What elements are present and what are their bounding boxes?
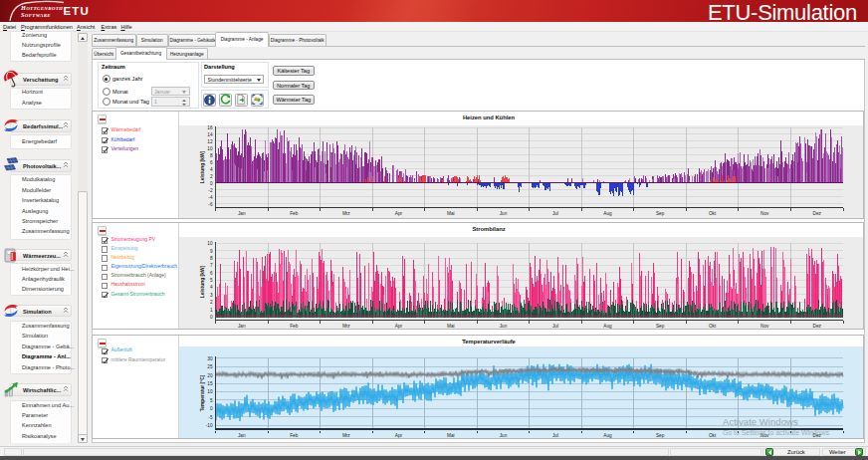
svg-text:Okt: Okt — [709, 210, 717, 215]
svg-text:15: 15 — [207, 381, 213, 386]
svg-text:16: 16 — [207, 124, 213, 129]
svg-text:-10: -10 — [206, 422, 213, 427]
svg-text:Nov: Nov — [760, 210, 769, 215]
svg-text:10: 10 — [207, 389, 213, 394]
svg-text:2: 2 — [210, 300, 213, 305]
svg-text:-4: -4 — [208, 194, 213, 199]
svg-text:3: 3 — [210, 292, 213, 297]
svg-text:Sep: Sep — [656, 433, 665, 438]
svg-text:Dez: Dez — [813, 210, 822, 215]
svg-text:8: 8 — [210, 255, 213, 260]
svg-text:Mrz: Mrz — [342, 323, 350, 328]
svg-text:Sep: Sep — [656, 210, 665, 215]
svg-text:9: 9 — [210, 248, 213, 253]
svg-text:Jan: Jan — [238, 433, 246, 438]
svg-text:Nov: Nov — [760, 323, 769, 328]
svg-text:Sep: Sep — [656, 323, 665, 328]
svg-text:Jun: Jun — [500, 323, 508, 328]
svg-text:Aug: Aug — [603, 210, 612, 215]
svg-text:Jun: Jun — [500, 210, 508, 215]
svg-text:Temperatur [°C]: Temperatur [°C] — [200, 374, 205, 411]
svg-text:Mrz: Mrz — [342, 433, 350, 438]
svg-text:Aug: Aug — [603, 433, 612, 438]
svg-text:8: 8 — [210, 152, 213, 157]
svg-text:Feb: Feb — [290, 433, 298, 438]
svg-text:Okt: Okt — [709, 433, 717, 438]
svg-text:6: 6 — [210, 159, 213, 164]
svg-text:Leistung [kW]: Leistung [kW] — [200, 150, 205, 183]
svg-text:4: 4 — [210, 285, 213, 290]
svg-text:25: 25 — [207, 364, 213, 369]
svg-text:Jan: Jan — [238, 210, 246, 215]
svg-text:Jul: Jul — [552, 433, 558, 438]
svg-text:4: 4 — [210, 166, 213, 171]
svg-text:Feb: Feb — [290, 210, 298, 215]
svg-text:Jan: Jan — [238, 323, 246, 328]
svg-text:1: 1 — [210, 307, 213, 312]
svg-text:0: 0 — [210, 406, 213, 411]
svg-text:Mai: Mai — [447, 210, 455, 215]
svg-text:-6: -6 — [208, 201, 213, 206]
svg-text:Apr: Apr — [395, 433, 403, 438]
svg-text:Jul: Jul — [552, 323, 558, 328]
svg-text:0: 0 — [210, 180, 213, 185]
svg-text:0: 0 — [210, 314, 213, 319]
svg-text:Mai: Mai — [447, 323, 455, 328]
svg-text:Aug: Aug — [603, 323, 612, 328]
svg-text:7: 7 — [210, 263, 213, 268]
svg-text:10: 10 — [207, 145, 213, 150]
svg-text:Okt: Okt — [709, 323, 717, 328]
svg-text:Mrz: Mrz — [342, 210, 350, 215]
svg-text:Leistung [kW]: Leistung [kW] — [200, 265, 205, 298]
svg-text:Apr: Apr — [395, 323, 403, 328]
svg-text:Feb: Feb — [290, 323, 298, 328]
svg-text:-5: -5 — [208, 414, 213, 419]
svg-text:5: 5 — [210, 278, 213, 283]
svg-text:Jun: Jun — [500, 433, 508, 438]
svg-text:Mai: Mai — [447, 433, 455, 438]
svg-text:Dez: Dez — [813, 323, 822, 328]
svg-text:5: 5 — [210, 397, 213, 402]
svg-text:-2: -2 — [208, 187, 213, 192]
svg-text:30: 30 — [207, 355, 213, 360]
svg-text:10: 10 — [207, 241, 213, 246]
svg-text:12: 12 — [207, 138, 213, 143]
svg-text:6: 6 — [210, 270, 213, 275]
svg-text:20: 20 — [207, 372, 213, 377]
svg-text:Apr: Apr — [395, 210, 403, 215]
svg-text:2: 2 — [210, 173, 213, 178]
svg-text:14: 14 — [207, 131, 213, 136]
svg-text:Jul: Jul — [552, 210, 558, 215]
